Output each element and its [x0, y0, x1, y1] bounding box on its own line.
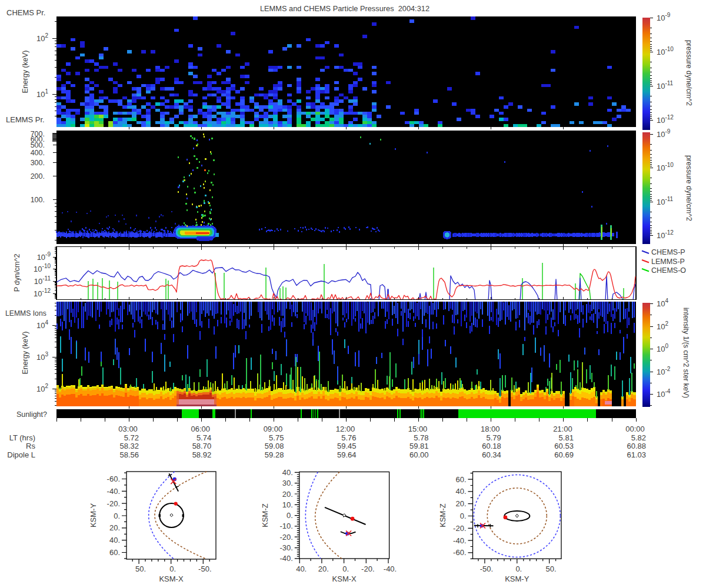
svg-text:P dyn/cm^2: P dyn/cm^2 [13, 254, 21, 292]
svg-text:-20.: -20. [453, 524, 466, 533]
svg-text:-50.: -50. [480, 564, 493, 573]
svg-text:03:00: 03:00 [118, 425, 138, 433]
svg-text:KSM-X: KSM-X [332, 574, 357, 583]
svg-text:58.56: 58.56 [120, 450, 139, 459]
svg-text:LEMMS Ions: LEMMS Ions [5, 309, 46, 318]
svg-text:61.03: 61.03 [627, 450, 646, 459]
svg-text:Sunlight?: Sunlight? [16, 410, 47, 419]
svg-text:CHEMS-O: CHEMS-O [651, 266, 686, 275]
svg-text:200.: 200. [31, 172, 45, 181]
svg-text:-20.: -20. [279, 533, 292, 542]
svg-text:Dipole L: Dipole L [7, 450, 35, 459]
svg-text:58.92: 58.92 [192, 450, 212, 459]
svg-text:CHEMS-P: CHEMS-P [651, 248, 685, 256]
svg-text:intensity 1/(s cm^2 ster keV): intensity 1/(s cm^2 ster keV) [682, 308, 690, 398]
svg-text:Energy (keV): Energy (keV) [21, 51, 29, 93]
svg-text:pressure dyne/cm^2: pressure dyne/cm^2 [685, 155, 693, 221]
svg-text:-10.: -10. [279, 522, 292, 530]
svg-text:LEMMS-P: LEMMS-P [651, 258, 685, 266]
svg-text:59.45: 59.45 [337, 442, 357, 450]
svg-text:KSM-Z: KSM-Z [438, 503, 447, 527]
svg-text:LEMMS Pr.: LEMMS Pr. [6, 115, 45, 124]
svg-text:58.32: 58.32 [120, 442, 139, 450]
svg-text:50.: 50. [135, 564, 146, 573]
svg-text:0.: 0. [114, 512, 120, 520]
svg-text:5.78: 5.78 [414, 433, 428, 442]
svg-text:12:00: 12:00 [336, 425, 355, 433]
svg-text:LT (hrs): LT (hrs) [9, 433, 35, 442]
svg-text:58.70: 58.70 [192, 442, 212, 450]
svg-text:Rs: Rs [26, 442, 35, 450]
svg-text:60.: 60. [455, 475, 466, 484]
svg-text:60.18: 60.18 [482, 442, 501, 450]
svg-text:40.: 40. [296, 564, 307, 573]
svg-text:-20.: -20. [107, 499, 120, 508]
svg-text:-40.: -40. [453, 536, 466, 545]
svg-text:5.72: 5.72 [124, 433, 139, 442]
svg-text:-40.: -40. [384, 564, 397, 573]
svg-text:5.82: 5.82 [631, 433, 646, 442]
svg-text:KSM-Z: KSM-Z [261, 503, 269, 527]
svg-text:30.: 30. [282, 479, 293, 487]
svg-text:400.: 400. [31, 149, 45, 157]
svg-text:40.: 40. [455, 487, 466, 496]
svg-text:20.: 20. [455, 499, 466, 508]
svg-text:00:00: 00:00 [625, 425, 645, 433]
svg-text:100.: 100. [31, 196, 45, 204]
svg-text:50.: 50. [546, 564, 557, 573]
svg-text:20.: 20. [282, 490, 293, 499]
svg-text:CHEMS Pr.: CHEMS Pr. [6, 8, 45, 17]
svg-text:pressure dyne/cm^2: pressure dyne/cm^2 [685, 40, 693, 106]
svg-text:60.: 60. [109, 548, 120, 557]
svg-text:18:00: 18:00 [481, 425, 500, 433]
svg-text:5.74: 5.74 [197, 433, 211, 442]
svg-text:15:00: 15:00 [408, 425, 428, 433]
svg-text:0.: 0. [342, 564, 349, 573]
svg-text:20.: 20. [109, 523, 120, 532]
svg-text:0.: 0. [460, 512, 467, 520]
svg-text:300.: 300. [31, 159, 45, 167]
svg-text:0.: 0. [287, 511, 293, 520]
svg-text:59.28: 59.28 [265, 450, 284, 459]
svg-text:59.08: 59.08 [265, 442, 284, 450]
svg-text:5.76: 5.76 [341, 433, 356, 442]
svg-text:59.81: 59.81 [409, 442, 429, 450]
svg-text:40.: 40. [109, 536, 120, 544]
svg-text:60.00: 60.00 [409, 450, 429, 459]
svg-text:5.79: 5.79 [486, 433, 501, 442]
svg-text:KSM-X: KSM-X [159, 574, 184, 583]
svg-text:60.53: 60.53 [554, 442, 574, 450]
svg-text:-40.: -40. [107, 487, 120, 496]
svg-text:40.: 40. [282, 468, 293, 477]
svg-text:0.: 0. [169, 564, 176, 573]
svg-text:5.75: 5.75 [269, 433, 284, 442]
svg-text:-30.: -30. [279, 543, 292, 552]
svg-text:60.69: 60.69 [554, 450, 574, 459]
svg-text:5.81: 5.81 [559, 433, 574, 442]
svg-text:KSM-Y: KSM-Y [505, 574, 530, 583]
svg-text:59.64: 59.64 [337, 450, 357, 459]
svg-text:60.88: 60.88 [627, 442, 646, 450]
svg-text:LEMMS and CHEMS Particle Press: LEMMS and CHEMS Particle Pressures 2004:… [260, 4, 429, 13]
svg-text:-60.: -60. [107, 475, 120, 483]
svg-text:06:00: 06:00 [191, 425, 211, 433]
svg-text:Energy (keV): Energy (keV) [21, 332, 29, 375]
svg-text:-60.: -60. [453, 548, 466, 557]
svg-text:KSM-Y: KSM-Y [89, 503, 98, 528]
svg-text:10.: 10. [282, 500, 293, 509]
svg-text:-20.: -20. [361, 564, 374, 573]
svg-text:-40.: -40. [279, 554, 292, 563]
svg-text:21:00: 21:00 [553, 425, 572, 433]
svg-text:0.: 0. [515, 564, 522, 573]
svg-text:60.34: 60.34 [482, 450, 501, 459]
svg-text:09:00: 09:00 [264, 425, 283, 433]
svg-text:-50.: -50. [198, 564, 211, 573]
svg-text:20.: 20. [318, 564, 329, 573]
